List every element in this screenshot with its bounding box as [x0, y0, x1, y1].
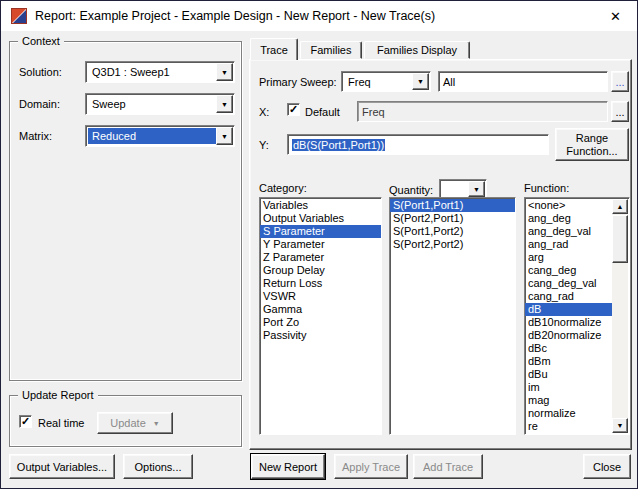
quantity-listbox[interactable]: S(Port1,Port1)S(Port2,Port1)S(Port1,Port… — [389, 197, 516, 435]
list-item[interactable]: normalize — [525, 407, 612, 420]
list-item[interactable]: Y Parameter — [260, 238, 381, 251]
function-scrollbar[interactable]: ▲ ▼ — [612, 199, 628, 433]
list-item[interactable]: dBu — [525, 368, 612, 381]
update-button[interactable]: Update ▼ — [97, 412, 173, 434]
apply-trace-label: Apply Trace — [342, 461, 400, 473]
tab-families[interactable]: Families — [300, 41, 362, 59]
list-item[interactable]: Gamma — [260, 303, 381, 316]
close-icon[interactable]: ✕ — [604, 7, 627, 26]
up-arrow-glyph: ▲ — [617, 203, 624, 210]
chevron-down-icon: ▼ — [153, 420, 160, 427]
report-dialog-window: Report: Example Project - Example Design… — [0, 0, 638, 489]
function-label: Function: — [524, 182, 569, 194]
sweep-more-button[interactable]: ... — [611, 71, 629, 92]
check-icon: ✓ — [289, 103, 298, 115]
x-more-button[interactable]: ... — [611, 101, 629, 122]
list-item[interactable]: Group Delay — [260, 264, 381, 277]
list-item[interactable]: re — [525, 420, 612, 433]
chevron-down-icon[interactable]: ▼ — [216, 127, 233, 145]
chevron-glyph: ▼ — [221, 101, 228, 108]
list-item[interactable]: Passivity — [260, 329, 381, 342]
chevron-glyph: ▼ — [221, 69, 228, 76]
list-item[interactable]: dB — [525, 303, 612, 316]
list-item[interactable]: S(Port2,Port1) — [390, 212, 515, 225]
primary-sweep-value: Freq — [344, 74, 412, 89]
new-report-button[interactable]: New Report — [251, 454, 325, 479]
list-item[interactable]: Variables — [260, 199, 381, 212]
matrix-value: Reduced — [88, 128, 216, 144]
category-listbox[interactable]: VariablesOutput VariablesS ParameterY Pa… — [259, 197, 382, 435]
list-item[interactable]: S(Port1,Port1) — [390, 199, 515, 212]
y-expression-field[interactable]: dB(S(Port1,Port1)) — [287, 134, 549, 155]
range-function-button[interactable]: Range Function... — [555, 128, 629, 161]
list-item[interactable]: cang_deg — [525, 264, 612, 277]
context-group: Context — [9, 41, 242, 381]
primary-sweep-combobox[interactable]: Freq ▼ — [341, 71, 431, 92]
quantity-label: Quantity: — [389, 184, 433, 196]
titlebar[interactable]: Report: Example Project - Example Design… — [1, 1, 637, 31]
list-item[interactable]: VSWR — [260, 290, 381, 303]
domain-value: Sweep — [88, 96, 216, 112]
domain-label: Domain: — [19, 98, 60, 110]
window-title: Report: Example Project - Example Design… — [35, 9, 435, 23]
chevron-down-icon[interactable]: ▼ — [216, 63, 233, 81]
x-default-label: Default — [305, 106, 340, 118]
apply-trace-button[interactable]: Apply Trace — [334, 454, 408, 479]
list-item[interactable]: ang_deg — [525, 212, 612, 225]
list-item[interactable]: dB20normalize — [525, 329, 612, 342]
scroll-up-icon[interactable]: ▲ — [612, 199, 628, 214]
quantity-combo-value — [442, 182, 468, 196]
tab-families-display-label: Families Display — [377, 44, 457, 56]
list-item[interactable]: cang_rad — [525, 290, 612, 303]
list-item[interactable]: Return Loss — [260, 277, 381, 290]
tab-families-display[interactable]: Families Display — [364, 41, 470, 59]
domain-combobox[interactable]: Sweep ▼ — [85, 93, 235, 115]
matrix-combobox[interactable]: Reduced ▼ — [85, 125, 235, 147]
list-item[interactable]: <none> — [525, 199, 612, 212]
list-item[interactable]: dBm — [525, 355, 612, 368]
scroll-down-icon[interactable]: ▼ — [612, 418, 628, 433]
ellipsis-icon: ... — [615, 76, 624, 88]
context-legend: Context — [18, 35, 64, 47]
list-item[interactable]: ang_deg_val — [525, 225, 612, 238]
real-time-checkbox[interactable]: ✓ — [19, 415, 32, 428]
close-button[interactable]: Close — [583, 454, 631, 479]
add-trace-button[interactable]: Add Trace — [413, 454, 483, 479]
add-trace-label: Add Trace — [423, 461, 473, 473]
options-button[interactable]: Options... — [123, 454, 193, 479]
solution-value: Q3D1 : Sweep1 — [88, 64, 216, 80]
chevron-down-icon[interactable]: ▼ — [216, 95, 233, 113]
output-variables-button[interactable]: Output Variables... — [9, 454, 115, 479]
function-listbox[interactable]: <none>ang_degang_deg_valang_radargcang_d… — [524, 197, 630, 435]
list-item[interactable]: dBc — [525, 342, 612, 355]
tab-trace[interactable]: Trace — [250, 38, 298, 60]
function-list-items: <none>ang_degang_deg_valang_radargcang_d… — [525, 199, 612, 433]
list-item[interactable]: cang_deg_val — [525, 277, 612, 290]
scrollbar-thumb[interactable] — [612, 215, 628, 263]
list-item[interactable]: Output Variables — [260, 212, 381, 225]
chevron-down-icon[interactable]: ▼ — [412, 73, 429, 90]
real-time-label: Real time — [38, 417, 84, 429]
list-item[interactable]: S(Port1,Port2) — [390, 225, 515, 238]
primary-sweep-label: Primary Sweep: — [259, 76, 337, 88]
list-item[interactable]: ang_rad — [525, 238, 612, 251]
x-default-checkbox[interactable]: ✓ — [287, 103, 300, 116]
sweep-range-field[interactable]: All — [438, 71, 608, 92]
matrix-label: Matrix: — [19, 130, 52, 142]
list-item[interactable]: Z Parameter — [260, 251, 381, 264]
list-item[interactable]: im — [525, 381, 612, 394]
list-item[interactable]: arg — [525, 251, 612, 264]
list-item[interactable]: S(Port2,Port2) — [390, 238, 515, 251]
list-item[interactable]: dB10normalize — [525, 316, 612, 329]
solution-combobox[interactable]: Q3D1 : Sweep1 ▼ — [85, 61, 235, 83]
x-expression-value: Freq — [362, 106, 385, 118]
chevron-glyph: ▼ — [417, 78, 424, 85]
update-report-legend: Update Report — [18, 389, 98, 401]
list-item[interactable]: S Parameter — [260, 225, 381, 238]
chevron-down-icon[interactable]: ▼ — [468, 181, 485, 197]
quantity-combobox[interactable]: ▼ — [439, 179, 487, 199]
list-item[interactable]: mag — [525, 394, 612, 407]
x-label: X: — [259, 106, 269, 118]
check-icon: ✓ — [21, 415, 30, 427]
list-item[interactable]: Port Zo — [260, 316, 381, 329]
